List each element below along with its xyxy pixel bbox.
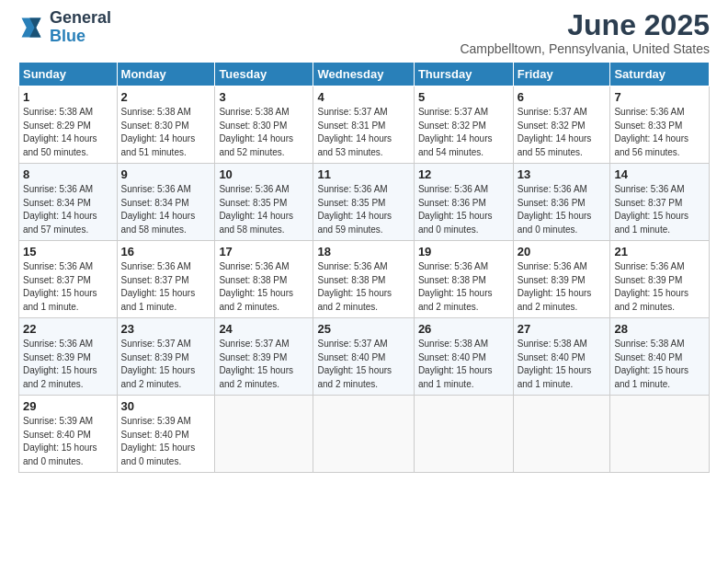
calendar-week: 15Sunrise: 5:36 AMSunset: 8:37 PMDayligh… (19, 241, 710, 318)
calendar-cell: 23Sunrise: 5:37 AMSunset: 8:39 PMDayligh… (117, 318, 215, 396)
day-number: 27 (518, 322, 607, 336)
day-number: 15 (23, 245, 113, 259)
calendar-cell: 16Sunrise: 5:36 AMSunset: 8:37 PMDayligh… (117, 241, 215, 318)
logo: General Blue (18, 9, 111, 46)
day-info: Sunrise: 5:36 AMSunset: 8:39 PMDaylight:… (23, 338, 113, 391)
weekday-header: Wednesday (313, 63, 414, 86)
day-number: 10 (219, 167, 309, 181)
day-info: Sunrise: 5:38 AMSunset: 8:30 PMDaylight:… (219, 106, 309, 159)
weekday-header: Tuesday (215, 63, 313, 86)
calendar-cell: 22Sunrise: 5:36 AMSunset: 8:39 PMDayligh… (19, 318, 118, 396)
calendar-cell (215, 396, 313, 473)
calendar-cell: 4Sunrise: 5:37 AMSunset: 8:31 PMDaylight… (313, 86, 414, 164)
calendar-cell: 24Sunrise: 5:37 AMSunset: 8:39 PMDayligh… (215, 318, 313, 396)
calendar-week: 22Sunrise: 5:36 AMSunset: 8:39 PMDayligh… (19, 318, 710, 396)
calendar-cell (610, 396, 710, 473)
calendar-cell: 27Sunrise: 5:38 AMSunset: 8:40 PMDayligh… (513, 318, 610, 396)
day-number: 6 (518, 90, 607, 104)
calendar-cell: 13Sunrise: 5:36 AMSunset: 8:36 PMDayligh… (513, 164, 610, 241)
logo-blue: Blue (50, 28, 111, 46)
weekday-header: Friday (513, 63, 610, 86)
day-info: Sunrise: 5:36 AMSunset: 8:39 PMDaylight:… (518, 260, 607, 314)
calendar-cell (313, 396, 414, 473)
day-number: 25 (317, 322, 409, 336)
calendar-cell (513, 396, 610, 473)
logo-general: General (50, 9, 111, 28)
calendar-cell: 20Sunrise: 5:36 AMSunset: 8:39 PMDayligh… (513, 241, 610, 318)
calendar: SundayMondayTuesdayWednesdayThursdayFrid… (18, 62, 710, 473)
calendar-cell: 11Sunrise: 5:36 AMSunset: 8:35 PMDayligh… (313, 164, 414, 241)
day-info: Sunrise: 5:38 AMSunset: 8:40 PMDaylight:… (614, 338, 705, 391)
location: Campbelltown, Pennsylvania, United State… (460, 41, 710, 56)
calendar-cell: 14Sunrise: 5:36 AMSunset: 8:37 PMDayligh… (610, 164, 710, 241)
title-block: June 2025 Campbelltown, Pennsylvania, Un… (460, 9, 710, 56)
weekday-header: Thursday (414, 63, 513, 86)
weekday-row: SundayMondayTuesdayWednesdayThursdayFrid… (19, 63, 710, 86)
calendar-week: 8Sunrise: 5:36 AMSunset: 8:34 PMDaylight… (19, 164, 710, 241)
day-info: Sunrise: 5:38 AMSunset: 8:29 PMDaylight:… (23, 106, 113, 159)
day-info: Sunrise: 5:37 AMSunset: 8:39 PMDaylight:… (219, 338, 309, 391)
calendar-cell: 8Sunrise: 5:36 AMSunset: 8:34 PMDaylight… (19, 164, 118, 241)
day-number: 14 (614, 167, 705, 181)
day-info: Sunrise: 5:36 AMSunset: 8:35 PMDaylight:… (317, 183, 409, 236)
calendar-cell: 28Sunrise: 5:38 AMSunset: 8:40 PMDayligh… (610, 318, 710, 396)
day-number: 13 (518, 167, 607, 181)
calendar-cell: 30Sunrise: 5:39 AMSunset: 8:40 PMDayligh… (117, 396, 215, 473)
day-info: Sunrise: 5:36 AMSunset: 8:35 PMDaylight:… (219, 183, 309, 236)
calendar-cell: 2Sunrise: 5:38 AMSunset: 8:30 PMDaylight… (117, 86, 215, 164)
logo-text: General Blue (50, 9, 111, 46)
day-number: 21 (614, 245, 705, 259)
day-info: Sunrise: 5:36 AMSunset: 8:33 PMDaylight:… (614, 106, 705, 159)
day-number: 26 (418, 322, 509, 336)
day-info: Sunrise: 5:36 AMSunset: 8:38 PMDaylight:… (219, 260, 309, 314)
day-number: 22 (23, 322, 113, 336)
day-number: 18 (317, 245, 409, 259)
day-number: 4 (317, 90, 409, 104)
day-info: Sunrise: 5:37 AMSunset: 8:39 PMDaylight:… (121, 338, 211, 391)
logo-icon (18, 15, 44, 40)
day-number: 17 (219, 245, 309, 259)
calendar-cell: 21Sunrise: 5:36 AMSunset: 8:39 PMDayligh… (610, 241, 710, 318)
day-number: 30 (121, 399, 211, 413)
day-number: 19 (418, 245, 509, 259)
day-info: Sunrise: 5:36 AMSunset: 8:37 PMDaylight:… (23, 260, 113, 314)
calendar-cell: 25Sunrise: 5:37 AMSunset: 8:40 PMDayligh… (313, 318, 414, 396)
calendar-cell: 15Sunrise: 5:36 AMSunset: 8:37 PMDayligh… (19, 241, 118, 318)
weekday-header: Monday (117, 63, 215, 86)
calendar-cell: 9Sunrise: 5:36 AMSunset: 8:34 PMDaylight… (117, 164, 215, 241)
day-info: Sunrise: 5:36 AMSunset: 8:39 PMDaylight:… (614, 260, 705, 314)
day-number: 28 (614, 322, 705, 336)
weekday-header: Sunday (19, 63, 118, 86)
day-info: Sunrise: 5:36 AMSunset: 8:37 PMDaylight:… (121, 260, 211, 314)
day-number: 3 (219, 90, 309, 104)
header: General Blue June 2025 Campbelltown, Pen… (18, 9, 710, 56)
day-number: 20 (518, 245, 607, 259)
day-info: Sunrise: 5:38 AMSunset: 8:40 PMDaylight:… (418, 338, 509, 391)
page: General Blue June 2025 Campbelltown, Pen… (0, 0, 728, 563)
day-number: 24 (219, 322, 309, 336)
day-info: Sunrise: 5:38 AMSunset: 8:30 PMDaylight:… (121, 106, 211, 159)
day-info: Sunrise: 5:36 AMSunset: 8:37 PMDaylight:… (614, 183, 705, 236)
day-number: 7 (614, 90, 705, 104)
calendar-cell: 5Sunrise: 5:37 AMSunset: 8:32 PMDaylight… (414, 86, 513, 164)
day-info: Sunrise: 5:38 AMSunset: 8:40 PMDaylight:… (518, 338, 607, 391)
calendar-cell: 18Sunrise: 5:36 AMSunset: 8:38 PMDayligh… (313, 241, 414, 318)
calendar-cell (414, 396, 513, 473)
calendar-cell: 1Sunrise: 5:38 AMSunset: 8:29 PMDaylight… (19, 86, 118, 164)
calendar-week: 1Sunrise: 5:38 AMSunset: 8:29 PMDaylight… (19, 86, 710, 164)
calendar-cell: 26Sunrise: 5:38 AMSunset: 8:40 PMDayligh… (414, 318, 513, 396)
day-info: Sunrise: 5:36 AMSunset: 8:38 PMDaylight:… (317, 260, 409, 314)
day-info: Sunrise: 5:36 AMSunset: 8:36 PMDaylight:… (418, 183, 509, 236)
day-info: Sunrise: 5:36 AMSunset: 8:34 PMDaylight:… (121, 183, 211, 236)
day-info: Sunrise: 5:39 AMSunset: 8:40 PMDaylight:… (23, 415, 113, 468)
calendar-week: 29Sunrise: 5:39 AMSunset: 8:40 PMDayligh… (19, 396, 710, 473)
day-info: Sunrise: 5:37 AMSunset: 8:32 PMDaylight:… (418, 106, 509, 159)
day-info: Sunrise: 5:36 AMSunset: 8:38 PMDaylight:… (418, 260, 509, 314)
day-number: 1 (23, 90, 113, 104)
calendar-cell: 7Sunrise: 5:36 AMSunset: 8:33 PMDaylight… (610, 86, 710, 164)
calendar-cell: 19Sunrise: 5:36 AMSunset: 8:38 PMDayligh… (414, 241, 513, 318)
day-info: Sunrise: 5:37 AMSunset: 8:31 PMDaylight:… (317, 106, 409, 159)
day-info: Sunrise: 5:39 AMSunset: 8:40 PMDaylight:… (121, 415, 211, 468)
day-info: Sunrise: 5:36 AMSunset: 8:36 PMDaylight:… (518, 183, 607, 236)
calendar-cell: 3Sunrise: 5:38 AMSunset: 8:30 PMDaylight… (215, 86, 313, 164)
